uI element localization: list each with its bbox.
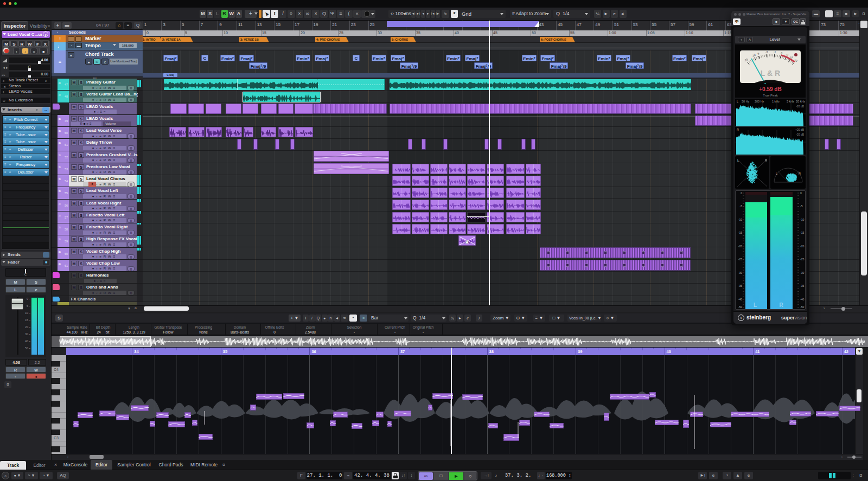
svg-text:L: L [754,302,757,308]
svg-text:-5: -5 [740,204,743,208]
svg-text:-30: -30 [800,271,804,274]
svg-text:-15: -15 [800,231,804,234]
svg-text:-25: -25 [738,258,742,261]
svg-text:L: L [737,159,739,162]
svg-text:-1: -1 [774,50,776,53]
svg-text:-15: -15 [738,231,742,234]
svg-text:-10: -10 [800,218,804,221]
svg-text:50 Hz: 50 Hz [742,100,750,103]
svg-text:-20 dB: -20 dB [796,133,804,136]
svg-text:0: 0 [741,191,742,195]
svg-text:R: R [799,172,801,175]
svg-text:+0.59 dB: +0.59 dB [759,86,781,92]
svg-text:5 kHz: 5 kHz [787,100,794,103]
svg-text:-20: -20 [738,245,742,248]
svg-text:-25: -25 [800,258,804,261]
svg-text:0: 0 [800,191,802,195]
svg-text:True Peak: True Peak [763,94,778,97]
svg-text:-35: -35 [800,284,804,287]
svg-text:R: R [737,128,739,131]
svg-text:20 kHz: 20 kHz [796,100,805,103]
svg-text:R: R [765,159,767,162]
svg-text:R: R [779,302,783,308]
svg-text:-50: -50 [800,305,804,309]
svg-text:1 kHz: 1 kHz [772,100,780,103]
svg-text:-50: -50 [738,305,742,309]
svg-text:L: L [737,100,738,103]
svg-text:-20: -20 [800,245,804,248]
svg-text:L & R: L & R [761,69,780,78]
svg-text:-30: -30 [738,271,742,274]
svg-text:-20 dB: -20 dB [796,105,804,108]
svg-text:-40: -40 [738,298,742,301]
svg-text:-10: -10 [738,218,742,221]
svg-text:+20 dB: +20 dB [795,128,805,131]
svg-text:L: L [776,172,777,175]
svg-text:-40: -40 [800,298,804,301]
svg-text:-5: -5 [800,204,803,208]
svg-text:-35: -35 [738,284,742,287]
svg-text:200 Hz: 200 Hz [755,100,764,103]
svg-text:-3: -3 [765,50,768,53]
